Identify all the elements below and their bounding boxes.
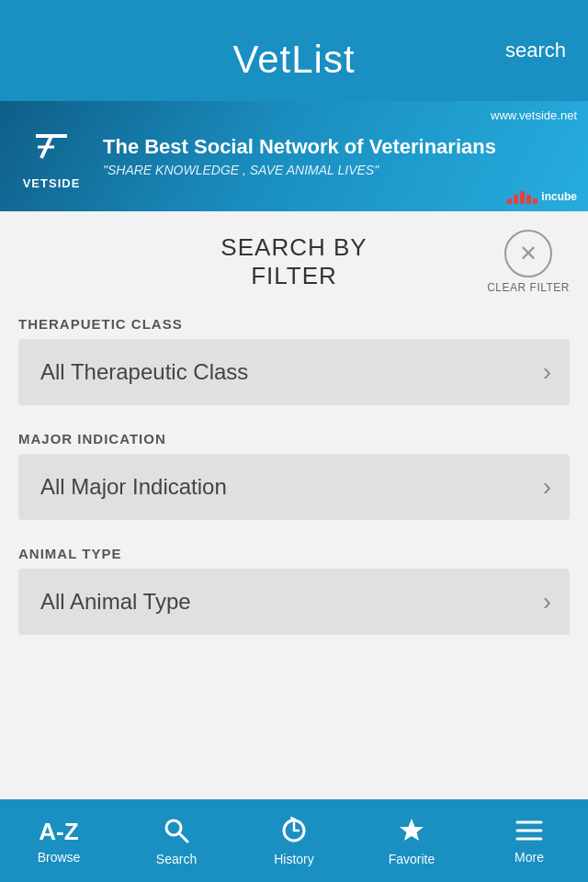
nav-favorite-label: Favorite bbox=[389, 852, 435, 866]
browse-az-icon: A-Z bbox=[39, 818, 78, 846]
ad-logo-icon bbox=[28, 123, 74, 175]
nav-search-label: Search bbox=[156, 852, 197, 866]
close-icon: ✕ bbox=[519, 243, 537, 265]
nav-favorite[interactable]: Favorite bbox=[353, 799, 470, 882]
menu-icon bbox=[514, 818, 544, 846]
nav-history-label: History bbox=[274, 852, 314, 866]
nav-browse-label: Browse bbox=[38, 850, 81, 865]
clear-filter-circle: ✕ bbox=[504, 230, 552, 277]
nav-search[interactable]: Search bbox=[118, 799, 235, 882]
chevron-right-icon: › bbox=[543, 587, 551, 616]
ad-url: www.vetside.net bbox=[491, 108, 577, 122]
svg-line-4 bbox=[179, 833, 187, 842]
bottom-navigation: A-Z Browse Search History bbox=[0, 799, 588, 882]
nav-browse[interactable]: A-Z Browse bbox=[0, 799, 118, 882]
animal-type-label: ANIMAL TYPE bbox=[18, 546, 570, 561]
svg-marker-6 bbox=[400, 819, 424, 841]
history-icon bbox=[279, 816, 309, 848]
ad-incube: incube bbox=[507, 189, 577, 204]
app-header: VetList search bbox=[0, 0, 588, 101]
ad-logo: VETSIDE bbox=[15, 123, 88, 190]
search-text-label: search bbox=[505, 39, 566, 62]
clear-filter-label: CLEAR FILTER bbox=[487, 281, 570, 294]
major-indication-label: MAJOR INDICATION bbox=[18, 431, 570, 447]
therapeutic-class-label: THERAPUETIC CLASS bbox=[18, 316, 570, 332]
star-icon bbox=[397, 816, 426, 848]
nav-history[interactable]: History bbox=[235, 799, 353, 882]
clear-filter-button[interactable]: ✕ CLEAR FILTER bbox=[487, 230, 570, 294]
major-indication-dropdown[interactable]: All Major Indication › bbox=[18, 454, 570, 520]
major-indication-value: All Major Indication bbox=[40, 474, 227, 500]
chevron-right-icon: › bbox=[543, 357, 551, 387]
ad-logo-text: VETSIDE bbox=[23, 176, 81, 190]
animal-type-dropdown[interactable]: All Animal Type › bbox=[18, 569, 570, 635]
chevron-right-icon: › bbox=[543, 472, 551, 502]
app-title: VetList bbox=[232, 38, 355, 82]
nav-more[interactable]: More bbox=[470, 799, 588, 882]
ad-incube-text: incube bbox=[541, 190, 577, 203]
nav-more-label: More bbox=[514, 850, 544, 865]
therapeutic-class-value: All Therapeutic Class bbox=[40, 359, 248, 385]
main-content: SEARCH BY FILTER ✕ CLEAR FILTER THERAPUE… bbox=[0, 211, 588, 635]
animal-type-value: All Animal Type bbox=[40, 589, 191, 615]
filter-title: SEARCH BY FILTER bbox=[202, 233, 386, 290]
header-search-button[interactable]: search bbox=[505, 39, 566, 62]
filter-header: SEARCH BY FILTER ✕ CLEAR FILTER bbox=[18, 230, 570, 294]
ad-banner[interactable]: www.vetside.net VETSIDE The Best Social … bbox=[0, 101, 588, 211]
therapeutic-class-dropdown[interactable]: All Therapeutic Class › bbox=[18, 339, 570, 405]
search-icon bbox=[162, 816, 191, 848]
ad-main-text: The Best Social Network of Veterinarians bbox=[103, 135, 496, 159]
ad-sub-text: "SHARE KNOWLEDGE , SAVE ANIMAL LIVES" bbox=[103, 163, 496, 177]
